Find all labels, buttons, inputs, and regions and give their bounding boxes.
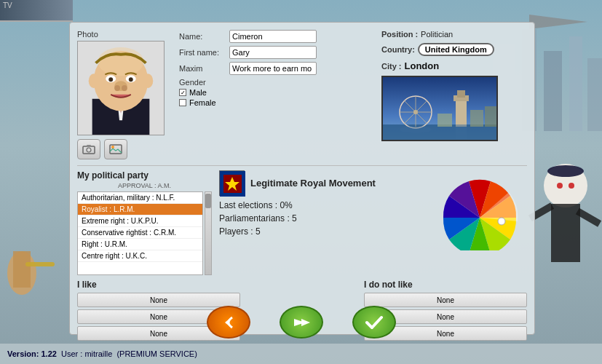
svg-point-25 [108,77,113,82]
svg-point-31 [143,74,153,88]
party-panel-title: My political party [77,170,212,181]
back-button[interactable] [207,306,250,339]
party-flag [219,170,245,196]
info-area: Position : Politician Country: United Ki… [381,30,527,159]
middle-section: My political party APPROVAL : A.M. Autho… [77,170,527,275]
name-input[interactable] [229,30,317,43]
svg-point-13 [557,183,563,189]
service-label: (PREMIUM SERVICE) [116,349,197,358]
party-item-right[interactable]: Right : U.R.M. [78,239,202,250]
svg-point-14 [569,183,574,189]
svg-rect-49 [485,106,498,127]
london-image [381,76,498,141]
user-label: User : mitraille [61,349,112,358]
gender-male-option[interactable]: Male [179,88,374,97]
party-header: Legitimate Royal Movement [219,170,432,196]
party-list-container: Authoritarian, military : N.L.F. Royalis… [77,191,212,275]
maxim-label: Maxim [179,64,226,73]
svg-marker-59 [301,319,310,326]
party-item-extreme[interactable]: Extreme right : U.K.P.U. [78,215,202,227]
i-do-not-like-title: I do not like [364,280,527,290]
parliamentarians-label: Parliamentarians : [219,213,290,223]
image-icon-btn[interactable] [104,139,127,159]
country-row: Country: United Kingdom [381,43,527,56]
position-label: Position : [381,30,418,39]
party-detail-name: Legitimate Royal Movement [250,178,376,189]
male-radio[interactable] [179,89,186,96]
svg-point-57 [498,218,505,225]
maxim-row: Maxim [179,62,374,75]
bottom-buttons [207,306,396,339]
svg-marker-0 [529,15,587,29]
parliamentarians-value: 5 [292,213,297,223]
svg-rect-12 [551,204,580,262]
players-value: 5 [256,226,261,237]
name-row: Name: [179,30,374,43]
tv-decoration: TV [0,0,73,22]
svg-point-22 [98,47,144,76]
main-panel: Photo [69,22,535,335]
last-elections-value: 0% [280,200,292,210]
country-value: United Kingdom [418,43,494,56]
photo-area: Photo [77,30,172,159]
i-like-title: I like [77,280,240,290]
confirm-button[interactable] [352,306,396,339]
party-item-royalist[interactable]: Royalist : L.R.M. [78,204,202,215]
last-elections-stat: Last elections : 0% [219,200,432,210]
players-label: Players : [219,226,253,237]
party-item-conservative[interactable]: Conservative rightist : C.R.M. [78,227,202,239]
version-label: Version: 1.22 [7,349,57,358]
top-section: Photo [77,30,527,159]
svg-rect-50 [437,114,452,127]
position-row: Position : Politician [381,30,527,39]
party-detail-panel: Legitimate Royal Movement Last elections… [219,170,432,275]
firstname-label: First name: [179,48,226,57]
gender-female-option[interactable]: Female [179,98,374,107]
svg-rect-48 [470,110,483,127]
color-wheel [440,170,520,250]
party-approval-label: APPROVAL : A.M. [77,182,212,189]
party-list[interactable]: Authoritarian, military : N.L.F. Royalis… [77,191,203,275]
party-list-scrollbar[interactable] [205,191,212,275]
do-not-like-item-1[interactable]: None [364,293,527,307]
city-value: London [405,60,440,71]
photo-icons [77,139,172,159]
male-label: Male [189,88,207,97]
svg-point-52 [400,126,432,133]
maxim-input[interactable] [229,62,317,75]
svg-point-36 [111,146,114,149]
photo-label: Photo [77,30,172,39]
position-value: Politician [421,30,453,39]
forward-button[interactable] [280,306,323,339]
svg-point-28 [114,85,120,91]
last-elections-label: Last elections : [219,200,277,210]
party-item-centre[interactable]: Centre right : U.K.C. [78,250,202,262]
country-label: Country: [381,45,415,54]
gender-label: Gender [179,78,374,87]
female-checkbox[interactable] [179,99,186,106]
party-panel: My political party APPROVAL : A.M. Autho… [77,170,212,275]
name-label: Name: [179,32,226,41]
firstname-input[interactable] [229,46,317,59]
gender-section: Gender Male Female [179,78,374,107]
svg-point-29 [122,85,127,91]
svg-rect-7 [13,251,31,288]
camera-icon-btn[interactable] [77,139,100,159]
city-label: City : [381,62,402,71]
svg-rect-47 [457,90,465,98]
svg-rect-8 [25,262,55,266]
svg-point-11 [547,165,584,177]
city-row: City : London [381,60,527,71]
parliamentarians-stat: Parliamentarians : 5 [219,213,432,223]
crowd-left [0,91,73,346]
separator [77,165,527,166]
photo-box [77,41,165,135]
svg-rect-38 [383,124,498,141]
party-item-alf[interactable]: Authoritarian, military : N.L.F. [78,192,202,204]
svg-rect-51 [456,124,467,139]
i-like-item-1[interactable]: None [77,293,240,307]
firstname-row: First name: [179,46,374,59]
svg-point-33 [87,148,91,152]
female-label: Female [189,98,216,107]
svg-point-26 [129,77,133,82]
